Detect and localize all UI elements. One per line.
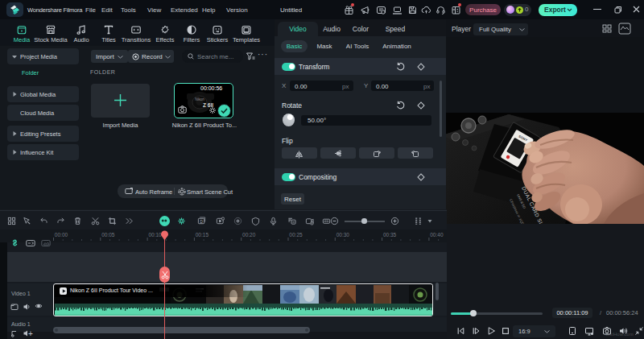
- svg-text:Nikon: Nikon: [195, 97, 204, 101]
